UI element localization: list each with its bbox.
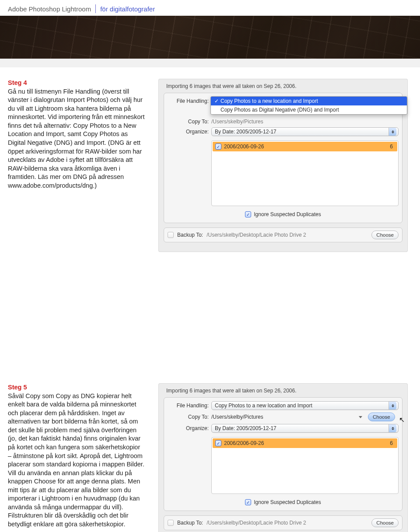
copy-to-path: /Users/skelby/Pictures [211,414,263,420]
file-handling-dropdown-open[interactable]: ✓ Copy Photos to a new location and Impo… [211,97,399,105]
date-folder-list[interactable]: ✓ 2006/2006-09-26 6 [211,437,399,494]
organize-dropdown[interactable]: By Date: 2005/2005-12-17 [211,127,399,136]
stepper-icon [388,128,396,136]
step5-row: Steg 5 Såväl Copy som Copy as DNG kopier… [0,383,420,532]
copy-to-label: Copy To: [168,119,209,125]
organize-label: Organize: [168,425,209,431]
date-folder-count: 6 [390,144,393,150]
checkbox-checked-icon[interactable]: ✓ [215,440,221,446]
menu-option-1: Copy Photos as Digital Negative (DNG) an… [220,107,339,113]
date-folder-name: 2006/2006-09-26 [224,144,264,150]
organize-value: By Date: 2005/2005-12-17 [215,425,276,431]
checkbox-checked-icon: ✓ [245,499,251,505]
organize-label: Organize: [168,129,209,135]
date-folder-count: 6 [390,440,393,446]
backup-panel: Backup To: /Users/skelby/Desktop/Lacie P… [164,515,402,530]
backup-choose-button[interactable]: Choose [371,231,399,239]
import-dialog-title: Importing 6 images that were all taken o… [166,83,402,89]
ignore-duplicates-label: Ignore Suspected Duplicates [254,499,321,505]
copy-to-path: /Users/skelby/Pictures [211,119,263,125]
backup-checkbox[interactable] [168,520,174,526]
import-dialog-step4: Importing 6 images that were all taken o… [158,79,408,252]
stepper-icon [388,424,396,432]
file-handling-option-selected[interactable]: ✓ Copy Photos to a new location and Impo… [211,97,407,105]
step5-text: Steg 5 Såväl Copy som Copy as DNG kopier… [8,383,145,532]
file-handling-value: Copy Photos to a new location and Import [215,402,312,409]
step4-row: Steg 4 Gå nu till listmenyn File Handlin… [0,67,420,252]
backup-to-label: Backup To: [177,520,203,526]
date-folder-name: 2006/2006-09-26 [224,440,264,446]
ignore-duplicates-label: Ignore Suspected Duplicates [254,211,321,217]
header-subtitle: för digitalfotografer [100,5,155,13]
cursor-icon: ↖ [399,416,405,424]
import-dialog-step5: Importing 6 images that were all taken o… [158,383,408,532]
hero-photo [0,16,420,59]
file-handling-label: File Handling: [168,402,209,409]
menu-option-0: Copy Photos to a new location and Import [220,98,318,104]
header-divider [95,4,96,13]
page-header: Adobe Photoshop Lightroom för digitalfot… [0,0,420,16]
organize-dropdown[interactable]: By Date: 2005/2005-12-17 [211,424,399,433]
checkbox-checked-icon: ✓ [245,211,251,217]
step5-heading: Steg 5 [8,384,27,391]
product-name: Adobe Photoshop Lightroom [8,5,91,13]
backup-choose-button[interactable]: Choose [371,518,399,527]
file-handling-label: File Handling: [168,98,209,104]
checkbox-checked-icon[interactable]: ✓ [215,144,221,150]
disclosure-icon[interactable] [357,414,364,420]
backup-panel: Backup To: /Users/skelby/Desktop/Lacie P… [164,228,402,242]
backup-path: /Users/skelby/Desktop/Lacie Photo Drive … [206,520,306,526]
step4-heading: Steg 4 [8,79,27,86]
file-handling-dropdown[interactable]: Copy Photos to a new location and Import [211,401,399,410]
backup-to-label: Backup To: [177,232,203,238]
file-handling-option[interactable]: Copy Photos as Digital Negative (DNG) an… [211,105,407,114]
step4-body: Gå nu till listmenyn File Handling (över… [8,88,144,189]
backup-path: /Users/skelby/Desktop/Lacie Photo Drive … [206,232,306,238]
organize-value: By Date: 2005/2005-12-17 [215,129,276,135]
hero-photo-spacer [0,60,420,67]
import-dialog-title: Importing 6 images that were all taken o… [166,388,402,394]
ignore-duplicates-checkbox[interactable]: ✓ Ignore Suspected Duplicates [245,499,321,505]
stepper-icon [388,402,396,410]
backup-checkbox[interactable] [168,232,174,238]
date-folder-row[interactable]: ✓ 2006/2006-09-26 6 [213,438,397,448]
copy-to-choose-button[interactable]: Choose [368,413,395,421]
copy-to-label: Copy To: [168,414,209,420]
date-folder-list[interactable]: ✓ 2006/2006-09-26 6 [211,140,399,206]
date-folder-row[interactable]: ✓ 2006/2006-09-26 6 [213,142,397,151]
step5-body: Såväl Copy som Copy as DNG kopierar helt… [8,392,144,528]
ignore-duplicates-checkbox[interactable]: ✓ Ignore Suspected Duplicates [245,211,321,217]
step4-text: Steg 4 Gå nu till listmenyn File Handlin… [8,79,145,252]
